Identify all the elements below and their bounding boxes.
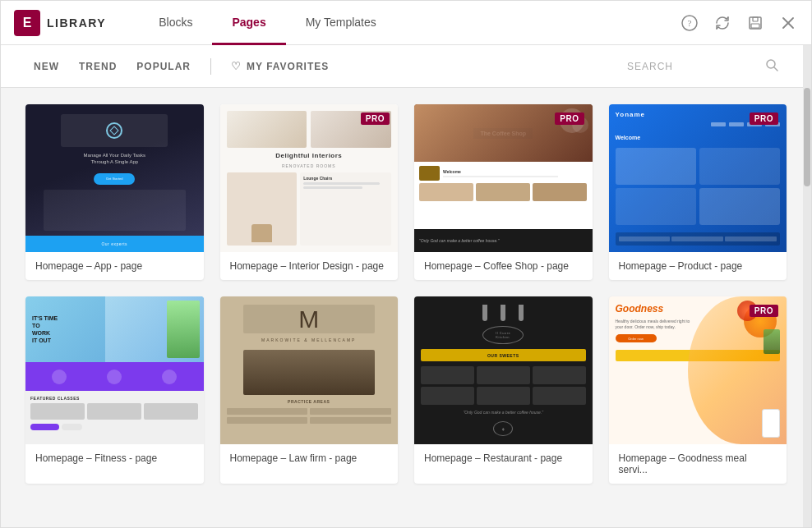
restaurant-item-5 — [477, 387, 530, 405]
restaurant-item-2 — [477, 366, 530, 384]
card-thumb-law: M MARKOWITE & MELLENCAMP PRACTICE AREAS — [220, 296, 399, 444]
grid-row-2: IT'S TIMETOWORKIT OUT — [25, 296, 787, 484]
fitness-purple-bar — [25, 362, 204, 391]
filter-divider — [210, 58, 211, 75]
card-product[interactable]: Yoname Welcome — [609, 104, 787, 280]
fitness-icon-1 — [52, 370, 67, 384]
pro-badge-coffee: PRO — [555, 112, 584, 125]
scrollbar-thumb[interactable] — [804, 88, 810, 186]
svg-line-8 — [774, 67, 777, 71]
header-actions: ? — [680, 13, 798, 33]
card-label-restaurant: Homepage – Restaurant - page — [414, 444, 593, 472]
card-law[interactable]: M MARKOWITE & MELLENCAMP PRACTICE AREAS — [220, 296, 399, 484]
card-meal[interactable]: Goodness Healthy delicious meals deliver… — [609, 296, 787, 484]
coffee-dark-bar: "Only God can make a better coffee house… — [414, 229, 593, 252]
filter-trend[interactable]: TREND — [79, 61, 117, 72]
interior-text-block: Lounge Chairs — [300, 172, 391, 246]
fitness-bottom: FEATURED CLASSES — [25, 391, 204, 444]
fitness-class-1 — [30, 403, 85, 420]
close-icon[interactable] — [778, 13, 798, 33]
coffee-grid — [419, 183, 588, 201]
light-3 — [519, 305, 524, 321]
restaurant-cta: OUR SWEETS — [421, 349, 586, 361]
library-window: E LIBRARY Blocks Pages My Templates ? — [0, 0, 812, 528]
product-cards-grid — [616, 148, 781, 225]
filter-new[interactable]: NEW — [34, 61, 59, 72]
app-hero-text: Manage All Your Daily TasksThrough A Sin… — [84, 152, 145, 166]
restaurant-logo-text: Il CuoreKitchen — [496, 331, 510, 339]
filter-popular[interactable]: POPULAR — [136, 61, 191, 72]
law-practice-text: PRACTICE AREAS — [288, 399, 330, 404]
fitness-icon-2 — [107, 370, 122, 384]
restaurant-cta-text: OUR SWEETS — [487, 353, 519, 358]
pro-badge-interior: PRO — [361, 112, 390, 125]
svg-rect-4 — [751, 24, 759, 28]
template-grid: Manage All Your Daily TasksThrough A Sin… — [1, 88, 811, 527]
law-firm-name: MARKOWITE & MELLENCAMP — [261, 337, 356, 342]
tab-my-templates[interactable]: My Templates — [286, 2, 396, 45]
card-thumb-app: Manage All Your Daily TasksThrough A Sin… — [25, 104, 204, 252]
card-label-coffee: Homepage – Coffee Shop - page — [414, 252, 593, 280]
card-thumb-fitness: IT'S TIMETOWORKIT OUT — [25, 296, 204, 444]
interior-img1 — [227, 111, 307, 148]
pro-badge-meal: PRO — [750, 305, 778, 317]
card-thumb-meal: Goodness Healthy delicious meals deliver… — [609, 296, 787, 444]
fitness-classes-grid — [30, 403, 199, 420]
law-areas-grid — [227, 408, 392, 424]
restaurant-item-4 — [421, 387, 474, 405]
elementor-logo-icon: E — [14, 10, 40, 36]
fitness-class-2 — [87, 403, 141, 420]
meal-tagline: Healthy delicious meals delivered right … — [616, 319, 698, 330]
header: E LIBRARY Blocks Pages My Templates ? — [1, 1, 811, 45]
logo-area: E LIBRARY — [14, 10, 106, 36]
scrollbar-track[interactable] — [803, 45, 811, 527]
light-1 — [482, 305, 487, 321]
meal-phone — [762, 409, 780, 438]
save-icon[interactable] — [745, 13, 765, 33]
card-app[interactable]: Manage All Your Daily TasksThrough A Sin… — [25, 104, 204, 280]
library-title: LIBRARY — [47, 16, 106, 30]
card-restaurant[interactable]: Il CuoreKitchen OUR SWEETS — [414, 296, 593, 484]
card-label-interior: Homepage – Interior Design - page — [220, 252, 399, 280]
main-tabs: Blocks Pages My Templates — [139, 1, 680, 44]
restaurant-item-1 — [421, 366, 474, 384]
restaurant-item-6 — [533, 387, 586, 405]
card-thumb-interior: Delightful Interiors RENOVATED ROOMS Lou… — [220, 104, 399, 252]
favorites-filter[interactable]: ♡ MY FAVORITES — [231, 60, 329, 72]
card-interior[interactable]: Delightful Interiors RENOVATED ROOMS Lou… — [220, 104, 399, 280]
card-thumb-product: Yoname Welcome — [609, 104, 787, 252]
interior-chair-block — [227, 172, 298, 246]
card-fitness[interactable]: IT'S TIMETOWORKIT OUT — [25, 296, 204, 484]
card-label-meal: Homepage – Goodness meal servi... — [609, 444, 787, 484]
card-thumb-coffee: The Coffee Shop Welcome — [414, 104, 593, 252]
card-label-fitness: Homepage – Fitness - page — [25, 444, 204, 472]
search-input[interactable] — [627, 60, 759, 72]
interior-title: Delightful Interiors — [227, 152, 392, 159]
fitness-class-3 — [144, 403, 198, 420]
card-thumb-restaurant: Il CuoreKitchen OUR SWEETS — [414, 296, 593, 444]
app-bottom-bar: Our experts — [25, 236, 204, 252]
coffee-body: Welcome — [414, 162, 593, 205]
pro-badge-product: PRO — [750, 112, 778, 125]
restaurant-avatar: ♦ — [493, 421, 513, 436]
grid-row-1: Manage All Your Daily TasksThrough A Sin… — [25, 104, 787, 280]
tab-pages[interactable]: Pages — [212, 2, 285, 45]
help-icon[interactable]: ? — [680, 13, 699, 33]
fitness-hero-text: IT'S TIMETOWORKIT OUT — [32, 315, 58, 344]
product-welcome: Welcome — [616, 135, 781, 140]
card-label-product: Homepage – Product - page — [609, 252, 787, 280]
fitness-classes-title: FEATURED CLASSES — [30, 396, 199, 401]
app-section — [44, 190, 186, 231]
fitness-hero: IT'S TIMETOWORKIT OUT — [25, 296, 204, 362]
tab-blocks[interactable]: Blocks — [139, 2, 212, 45]
search-icon[interactable] — [765, 58, 778, 75]
meal-cta-btn[interactable]: Order now — [616, 334, 657, 342]
filter-bar: NEW TREND POPULAR ♡ MY FAVORITES — [1, 45, 811, 88]
card-coffee[interactable]: The Coffee Shop Welcome — [414, 104, 593, 280]
card-label-app: Homepage – App - page — [25, 252, 204, 280]
meal-cta-text: Order now — [628, 337, 644, 341]
search-area — [627, 58, 778, 75]
refresh-icon[interactable] — [713, 13, 732, 33]
favorites-label: MY FAVORITES — [247, 61, 329, 72]
svg-text:?: ? — [688, 18, 692, 28]
